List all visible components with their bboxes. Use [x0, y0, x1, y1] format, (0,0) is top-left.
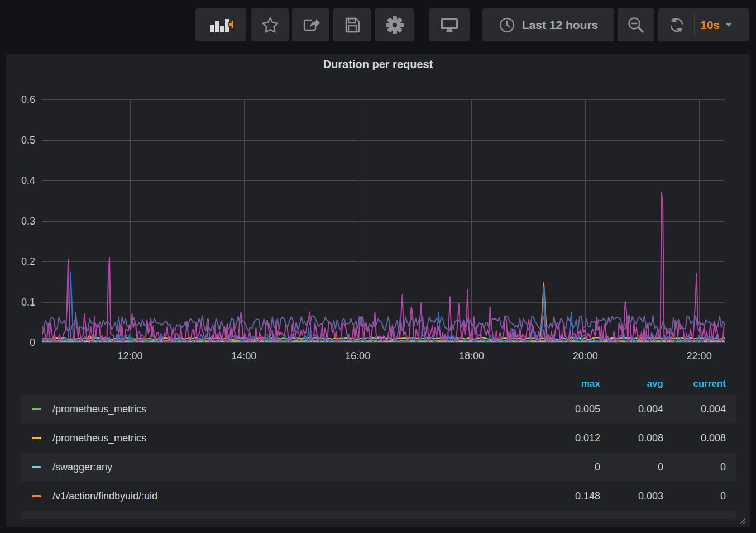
series-color-swatch[interactable]	[32, 495, 41, 497]
x-tick-label: 16:00	[324, 348, 391, 364]
legend-sort-current[interactable]: current	[664, 376, 726, 392]
star-icon	[261, 16, 280, 34]
x-tick-label: 22:00	[666, 348, 733, 364]
clock-icon	[499, 17, 515, 34]
series-label[interactable]: /prometheus_metrics	[52, 394, 146, 423]
series-max-value: 0	[538, 453, 600, 482]
button-divider	[694, 13, 695, 37]
legend-row: /v1/action/findbyuid/:uid 0.148 0.003 0	[21, 482, 736, 511]
series-current-value: 0	[663, 482, 726, 511]
series-max-value: 0.005	[538, 394, 600, 423]
series-label[interactable]: /swagger:any	[52, 453, 112, 482]
series-color-swatch[interactable]	[32, 408, 41, 410]
series-current-value: 0.008	[663, 423, 726, 453]
chevron-down-icon	[725, 23, 732, 27]
refresh-interval-label: 10s	[700, 18, 720, 32]
timeseries-chart[interactable]	[42, 99, 725, 343]
refresh-button[interactable]: 10s	[658, 8, 749, 41]
x-tick-label: 20:00	[552, 348, 619, 364]
add-panel-button[interactable]	[195, 8, 246, 41]
time-range-label: Last 12 hours	[522, 18, 599, 32]
series-max-value: 0.148	[538, 482, 600, 511]
legend-sort-max[interactable]: max	[539, 376, 600, 392]
x-tick-label: 12:00	[97, 348, 164, 364]
y-tick-label: 0.5	[6, 133, 35, 147]
series-color-swatch[interactable]	[32, 437, 41, 439]
share-icon	[302, 16, 320, 34]
series-avg-value: 0.004	[601, 394, 663, 423]
legend-row: /swagger:any 0 0 0	[21, 453, 736, 482]
series-avg-value: 0	[601, 453, 663, 482]
legend-row: /prometheus_metrics 0.012 0.008 0.008	[21, 423, 736, 453]
series-label[interactable]: /v1/action/findbyuid/:uid	[52, 482, 157, 511]
time-range-picker[interactable]: Last 12 hours	[482, 8, 614, 41]
star-button[interactable]	[251, 8, 289, 41]
panel-resize-handle[interactable]	[738, 516, 745, 524]
legend-sort-avg[interactable]: avg	[602, 376, 663, 392]
save-button[interactable]	[333, 8, 371, 41]
series-current-value: 0	[663, 453, 726, 482]
legend-header: max avg current	[21, 376, 736, 392]
legend-partial-row	[21, 511, 736, 519]
gear-icon	[385, 15, 405, 35]
series-avg-value: 0.003	[601, 482, 663, 511]
series-max-value: 0.012	[538, 423, 600, 453]
panel-title[interactable]: Duration per request	[6, 58, 750, 71]
save-icon	[343, 16, 362, 34]
legend-rows: /prometheus_metrics 0.005 0.004 0.004 /p…	[21, 394, 736, 511]
x-tick-label: 18:00	[438, 348, 505, 364]
zoom-out-button[interactable]	[618, 8, 654, 41]
zoom-out-icon	[627, 16, 645, 34]
y-tick-label: 0.1	[6, 295, 35, 310]
y-tick-label: 0.6	[6, 92, 35, 107]
monitor-icon	[439, 16, 460, 34]
y-tick-label: 0	[6, 335, 35, 350]
series-current-value: 0.004	[663, 394, 726, 423]
share-button[interactable]	[292, 8, 329, 41]
x-tick-label: 14:00	[210, 348, 277, 364]
cycle-view-button[interactable]	[429, 8, 470, 41]
series-avg-value: 0.008	[601, 423, 663, 453]
grafana-dashboard: Last 12 hours 10s Duration per request 0…	[0, 0, 756, 533]
y-tick-label: 0.4	[6, 173, 35, 188]
series-color-swatch[interactable]	[32, 466, 41, 468]
refresh-icon	[668, 17, 686, 34]
add-panel-icon	[209, 16, 233, 35]
legend-row: /prometheus_metrics 0.005 0.004 0.004	[21, 394, 736, 423]
y-tick-label: 0.2	[6, 254, 35, 269]
graph-panel: Duration per request 00.10.20.30.40.50.6…	[6, 54, 750, 527]
series-label[interactable]: /prometheus_metrics	[52, 423, 146, 453]
legend-table: max avg current /prometheus_metrics 0.00…	[21, 376, 736, 392]
y-tick-label: 0.3	[6, 214, 35, 229]
settings-button[interactable]	[375, 8, 414, 41]
